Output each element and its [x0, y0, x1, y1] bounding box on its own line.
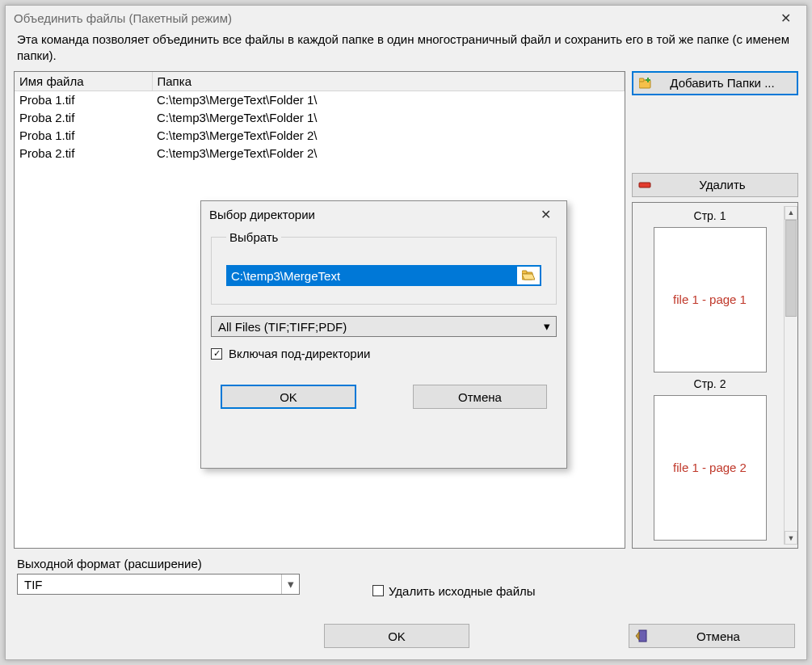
- delete-source-label: Удалить исходные файлы: [389, 584, 536, 598]
- table-row[interactable]: Proba 2.tif C:\temp3\MergeText\Folder 1\: [15, 109, 625, 127]
- directory-path-input[interactable]: C:\temp3\MergeText: [226, 265, 541, 286]
- delete-source-checkbox[interactable]: [372, 585, 384, 596]
- side-panel: Добавить Папки ... Удалить Стр. 1: [632, 71, 798, 549]
- inner-cancel-button[interactable]: Отмена: [413, 385, 547, 409]
- exit-icon: [634, 629, 647, 642]
- close-icon: ✕: [780, 11, 791, 26]
- browse-button[interactable]: [517, 267, 540, 284]
- main-close-button[interactable]: ✕: [769, 6, 801, 29]
- svg-marker-6: [636, 632, 639, 640]
- group-legend: Выбрать: [226, 230, 281, 244]
- delete-icon: [637, 179, 652, 192]
- preview-page[interactable]: Стр. 2 file 1 - page 2: [639, 377, 780, 541]
- table-row[interactable]: Proba 1.tif C:\temp3\MergeText\Folder 1\: [15, 91, 625, 109]
- col-header-name[interactable]: Имя файла: [15, 72, 152, 91]
- svg-rect-3: [646, 79, 650, 81]
- main-titlebar: Объединить файлы (Пакетный режим) ✕: [6, 6, 806, 30]
- svg-rect-4: [639, 183, 650, 187]
- choose-directory-dialog: Выбор директории ✕ Выбрать C:\temp3\Merg…: [200, 200, 567, 469]
- table-row[interactable]: Proba 2.tif C:\temp3\MergeText\Folder 2\: [15, 145, 625, 162]
- description-text: Эта команда позволяет объединить все фай…: [17, 32, 795, 65]
- col-header-folder[interactable]: Папка: [152, 72, 625, 91]
- scroll-down-button[interactable]: ▼: [785, 531, 797, 545]
- preview-panel: Стр. 1 file 1 - page 1 Стр. 2 file 1 - p…: [632, 202, 798, 549]
- include-subdirs-checkbox[interactable]: [211, 348, 222, 360]
- preview-page[interactable]: Стр. 1 file 1 - page 1: [639, 209, 780, 372]
- svg-rect-1: [639, 78, 644, 82]
- file-type-select[interactable]: All Files (TIF;TIFF;PDF) ▾: [211, 316, 557, 337]
- close-icon: ✕: [541, 207, 551, 222]
- preview-scrollbar[interactable]: ▲ ▼: [784, 206, 797, 545]
- scroll-thumb[interactable]: [785, 220, 797, 317]
- inner-title: Выбор директории: [209, 208, 529, 221]
- include-subdirs-label: Включая под-директории: [229, 347, 370, 360]
- main-title: Объединить файлы (Пакетный режим): [14, 11, 769, 25]
- output-format-label: Выходной формат (расширение): [17, 557, 367, 570]
- folder-add-icon: [638, 77, 653, 90]
- add-folders-button[interactable]: Добавить Папки ...: [632, 71, 798, 95]
- preview-thumbnail: file 1 - page 1: [654, 227, 767, 372]
- inner-titlebar: Выбор директории ✕: [201, 201, 566, 227]
- delete-button[interactable]: Удалить: [632, 173, 798, 197]
- inner-ok-button[interactable]: OK: [221, 385, 356, 409]
- scroll-track[interactable]: [785, 220, 797, 532]
- chevron-down-icon: ▾: [538, 317, 556, 336]
- scroll-up-button[interactable]: ▲: [785, 206, 797, 220]
- preview-thumbnail: file 1 - page 2: [654, 395, 767, 541]
- svg-rect-5: [639, 630, 646, 642]
- inner-close-button[interactable]: ✕: [529, 203, 562, 225]
- select-group: Выбрать C:\temp3\MergeText: [211, 230, 557, 305]
- folder-open-icon: [522, 269, 535, 283]
- table-row[interactable]: Proba 1.tif C:\temp3\MergeText\Folder 2\: [15, 127, 625, 145]
- main-ok-button[interactable]: OK: [324, 624, 469, 648]
- svg-rect-8: [522, 271, 527, 274]
- main-cancel-button[interactable]: Отмена: [629, 624, 795, 648]
- svg-marker-9: [522, 274, 535, 280]
